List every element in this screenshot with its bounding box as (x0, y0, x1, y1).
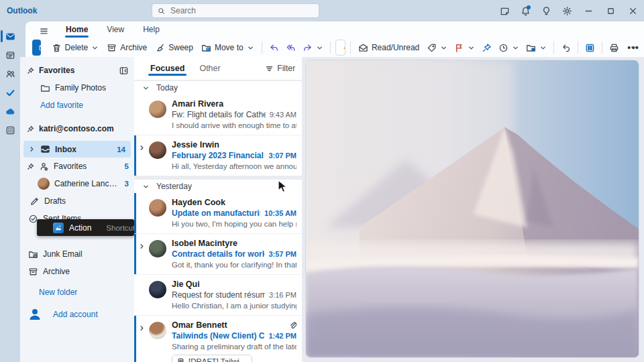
reply-all-icon (286, 43, 296, 53)
sweep-button[interactable]: Sweep (151, 40, 197, 56)
chevron-down-icon (440, 44, 447, 52)
paperclip-icon (289, 322, 297, 329)
notification-badge (527, 5, 531, 9)
unread-indicator (134, 234, 136, 274)
avatar (149, 141, 166, 159)
search-input[interactable] (170, 6, 313, 15)
email-row[interactable]: Hayden Cook Update on manufacturing plan… (134, 193, 302, 233)
delete-button[interactable]: Delete (48, 40, 103, 56)
favorites-section-header[interactable]: Favorites (20, 62, 134, 79)
rail-calendar-icon[interactable] (0, 46, 20, 64)
email-row[interactable]: Amari Rivera Fw: Flight details for Cath… (134, 95, 302, 135)
archive-button[interactable]: Archive (103, 40, 151, 56)
add-account-icon (28, 308, 42, 321)
chevron-right-icon[interactable] (28, 145, 36, 153)
folder-junk-email[interactable]: Junk Email (20, 245, 134, 263)
divider (350, 42, 351, 54)
group-header-yesterday[interactable]: Yesterday (134, 180, 302, 193)
collapse-ribbon-icon[interactable] (630, 44, 637, 54)
mail-icon (39, 44, 41, 52)
pin-icon (27, 125, 34, 133)
read-unread-button[interactable]: Read/Unread (354, 40, 423, 56)
apps-button[interactable] (582, 40, 598, 56)
folder-favorites-people[interactable]: Favorites 5 (20, 158, 134, 175)
reply-all-button[interactable] (282, 40, 299, 56)
tab-help[interactable]: Help (135, 23, 168, 38)
flag-button[interactable] (451, 40, 478, 56)
undo-button[interactable] (557, 40, 574, 56)
folder-drafts[interactable]: Drafts (20, 192, 134, 210)
keytip-tooltip: Action Shortcut text (37, 219, 134, 236)
attachment-chip[interactable]: [DRAFT] Tailwi... (172, 355, 252, 362)
settings-gear-icon[interactable] (557, 0, 578, 21)
search-box[interactable] (152, 3, 319, 18)
new-mail-button[interactable]: New Mail (32, 40, 41, 56)
chevron-down-icon (468, 44, 475, 52)
divider (602, 42, 602, 54)
lightning-icon (341, 43, 345, 53)
avatar (149, 199, 166, 217)
envelope-open-icon (358, 43, 368, 53)
chevron-down-icon (512, 44, 519, 52)
email-row[interactable]: Isobel Macintyre Contract details for wo… (134, 233, 302, 274)
tab-focused[interactable]: Focused (150, 60, 184, 77)
message-list: Focused Other Filter Today Amari Rivera … (134, 57, 302, 362)
rail-todo-icon[interactable] (0, 83, 20, 102)
folder-family-photos[interactable]: Family Photos (20, 79, 134, 97)
folder-catherine[interactable]: Catherine Lanco... 3 (20, 175, 134, 192)
tag-button[interactable] (423, 40, 451, 56)
new-folder-link[interactable]: New folder (20, 284, 134, 301)
rail-onedrive-icon[interactable] (0, 102, 20, 121)
maximize-button[interactable] (600, 0, 622, 21)
inbox-icon (40, 144, 50, 154)
trash-icon (52, 43, 62, 53)
forward-button[interactable] (299, 40, 327, 56)
expand-thread-icon[interactable] (138, 320, 145, 362)
add-favorite-link[interactable]: Add favorite (20, 97, 134, 114)
filter-button[interactable]: Filter (266, 64, 295, 73)
account-section-header[interactable]: katri@contoso.com (20, 120, 134, 137)
rail-mail-icon[interactable] (0, 27, 20, 46)
pin-button[interactable] (478, 40, 495, 56)
expand-thread-icon[interactable] (138, 239, 145, 269)
expand-thread-icon[interactable] (138, 140, 145, 170)
tips-lightbulb-icon[interactable] (536, 0, 557, 21)
forward-icon (303, 43, 313, 53)
tab-other[interactable]: Other (199, 60, 220, 77)
reply-icon (269, 43, 279, 53)
unread-count: 5 (125, 162, 129, 170)
quick-steps-button[interactable]: Quick steps (335, 40, 345, 56)
tab-view[interactable]: View (99, 23, 132, 38)
print-button[interactable] (606, 40, 623, 56)
collapse-pane-icon[interactable] (119, 66, 129, 76)
close-button[interactable] (622, 0, 644, 21)
avatar (149, 322, 166, 339)
reading-pane (302, 57, 644, 362)
group-header-today[interactable]: Today (134, 81, 302, 95)
hamburger-menu-icon[interactable] (35, 23, 52, 38)
rail-people-icon[interactable] (0, 64, 20, 83)
email-row[interactable]: Jie Qui Request for student résumé revie… (134, 274, 302, 315)
chevron-down-icon (316, 44, 323, 52)
action-app-icon (53, 223, 64, 233)
notifications-icon[interactable] (515, 0, 536, 21)
rules-button[interactable] (523, 40, 550, 56)
minimize-button[interactable] (578, 0, 600, 21)
folder-archive[interactable]: Archive (20, 263, 134, 280)
sticky-note-icon[interactable] (494, 0, 515, 21)
reply-button[interactable] (266, 40, 282, 56)
rail-more-apps-icon[interactable] (0, 121, 20, 139)
folder-inbox[interactable]: Inbox 14 (23, 141, 131, 158)
people-star-icon (39, 162, 49, 172)
move-to-button[interactable]: Move to (197, 40, 258, 56)
folder-move-icon (201, 43, 211, 53)
add-account-button[interactable]: Add account (20, 304, 134, 324)
snooze-button[interactable] (495, 40, 523, 56)
mountain-photo (305, 60, 639, 358)
email-row[interactable]: Omar Bennett Tailwinds (New Client) Cont… (134, 315, 302, 362)
avatar (149, 101, 166, 118)
broom-icon (155, 43, 165, 53)
archive-icon (107, 43, 117, 53)
tab-home[interactable]: Home (58, 23, 96, 38)
email-row[interactable]: Jessie Irwin February 2023 Financial Res… (134, 135, 302, 176)
